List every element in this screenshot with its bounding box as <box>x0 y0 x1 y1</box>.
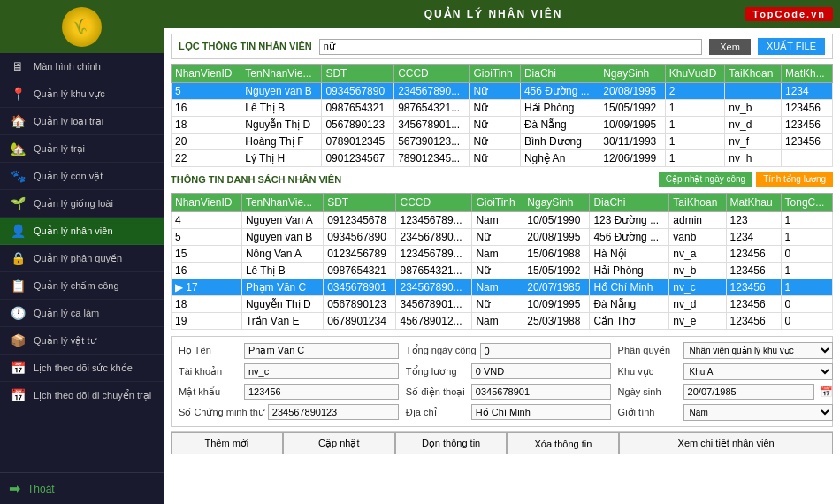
tinh-tong-luong-button[interactable]: Tính tổng lương <box>756 172 833 187</box>
sidebar-item-lich-di-chuyen[interactable]: 📅 Lịch theo dõi di chuyển trại <box>0 382 164 409</box>
main-col-sdt: SDT <box>324 194 396 212</box>
table-row[interactable]: 0987654321 <box>322 100 394 117</box>
xem-button[interactable]: Xem <box>709 39 751 55</box>
table-row[interactable]: 10/09/1995 <box>599 117 666 134</box>
table-row[interactable]: 123456 <box>782 100 833 117</box>
sidebar-item-man-hinh-chinh[interactable]: 🖥 Màn hình chính <box>0 53 164 80</box>
sidebar-item-quan-ly-khu-vuc[interactable]: 📍 Quản lý khu vực <box>0 80 164 108</box>
table-row[interactable]: nv_h <box>725 150 782 167</box>
col-khuvucid: KhuVucID <box>665 65 725 83</box>
table-row[interactable]: 1 <box>665 150 725 167</box>
table-row[interactable]: 987654321... <box>394 100 470 117</box>
table-row[interactable]: 18 <box>172 117 241 134</box>
table-row[interactable]: 567390123... <box>394 134 470 150</box>
table-row[interactable]: 2 <box>665 83 725 100</box>
table-row[interactable]: 123456 <box>782 134 833 150</box>
so-chung-minh-input[interactable] <box>268 404 399 420</box>
table-row[interactable]: 4Nguyen Van A0912345678123456789...Nam10… <box>172 212 833 229</box>
table-row[interactable]: 1 <box>665 100 725 117</box>
table-row[interactable]: Hải Phòng <box>520 100 599 117</box>
table-row[interactable]: 345678901... <box>394 117 470 134</box>
table-row[interactable]: 16Lê Thị B0987654321987654321...Nữ15/05/… <box>172 263 833 279</box>
don-thong-tin-button[interactable]: Dọn thông tin <box>395 432 508 454</box>
table-row[interactable]: 16 <box>172 100 241 117</box>
table-row[interactable]: Nghệ An <box>520 150 599 167</box>
cap-nhat-button[interactable]: Cập nhật <box>283 432 395 454</box>
table-row[interactable]: nv_d <box>725 117 782 134</box>
table-row[interactable]: Bình Dương <box>520 134 599 150</box>
gioi-tinh-select[interactable]: Nam Nữ <box>683 404 833 421</box>
table-row[interactable]: ▶ 17Phạm Văn C0345678901234567890...Nam2… <box>172 279 833 296</box>
xuat-file-button[interactable]: XUẤT FILE <box>758 38 825 55</box>
table-row[interactable]: 19Trần Văn E0678901234456789012...Nam25/… <box>172 313 833 330</box>
xoa-thong-tin-button[interactable]: Xóa thông tin <box>507 432 619 454</box>
table-row[interactable]: 0934567890 <box>322 83 394 100</box>
ngay-sinh-field: Ngày sinh 📅 <box>618 384 833 401</box>
table-row[interactable]: 0901234567 <box>322 150 394 167</box>
table-row[interactable]: 789012345... <box>394 150 470 167</box>
table-row[interactable]: Nữ <box>470 150 520 167</box>
table-row[interactable]: 0789012345 <box>322 134 394 150</box>
table-row[interactable]: Nguyễn Thị D <box>241 117 322 134</box>
table-row[interactable]: Nguyen van B <box>241 83 322 100</box>
sidebar-item-quan-ly-cham-cong[interactable]: 📋 Quản lý chấm công <box>0 272 164 300</box>
sidebar-item-quan-ly-vat-tu[interactable]: 📦 Quản lý vật tư <box>0 327 164 355</box>
table-row[interactable] <box>782 150 833 167</box>
table-row[interactable]: Hoàng Thị F <box>241 134 322 150</box>
sidebar-item-quan-ly-con-vat[interactable]: 🐾 Quản lý con vật <box>0 163 164 190</box>
tai-khoan-input[interactable] <box>244 363 399 379</box>
sidebar-item-quan-ly-phan-quyen[interactable]: 🔒 Quản lý phân quyền <box>0 245 164 272</box>
sidebar-item-lich-suc-khoe[interactable]: 📅 Lịch theo dõi sức khỏe <box>0 355 164 382</box>
table-row[interactable]: Nữ <box>470 83 520 100</box>
table-row[interactable]: Nữ <box>470 100 520 117</box>
so-dien-thoai-input[interactable] <box>471 384 611 400</box>
sidebar-exit[interactable]: ➡ Thoát <box>0 472 164 504</box>
table-row[interactable]: Lê Thị B <box>241 100 322 117</box>
sidebar-item-quan-ly-giong-loai[interactable]: 🌱 Quản lý giống loài <box>0 190 164 218</box>
table-row[interactable]: 20/08/1995 <box>599 83 666 100</box>
cap-nhat-ngay-cong-button[interactable]: Cập nhật ngày công <box>659 172 752 187</box>
table-row[interactable] <box>725 83 782 100</box>
table-row[interactable]: 22 <box>172 150 241 167</box>
table-row[interactable]: 234567890... <box>394 83 470 100</box>
khu-vuc-select[interactable]: Khu A <box>683 363 833 380</box>
table-row[interactable]: Nữ <box>470 117 520 134</box>
filter-input[interactable] <box>319 39 703 55</box>
table-row[interactable]: 1234 <box>782 83 833 100</box>
table-row[interactable]: nv_b <box>725 100 782 117</box>
table-row[interactable]: Đà Nẵng <box>520 117 599 134</box>
table-row[interactable]: 15/05/1992 <box>599 100 666 117</box>
table-row[interactable]: 0567890123 <box>322 117 394 134</box>
ho-ten-input[interactable] <box>244 343 399 359</box>
table-row[interactable]: 456 Đường ... <box>520 83 599 100</box>
table-row[interactable]: 1 <box>665 134 725 150</box>
xem-chi-tiet-button[interactable]: Xem chi tiết nhân viên <box>619 432 833 454</box>
calendar-pick-icon[interactable]: 📅 <box>820 386 833 398</box>
table-row[interactable]: 20 <box>172 134 241 150</box>
table-row[interactable]: 12/06/1999 <box>599 150 666 167</box>
table-row[interactable]: nv_f <box>725 134 782 150</box>
table-row[interactable]: 5 <box>172 83 241 100</box>
info-fields-grid: Họ Tên Tổng ngày công Phân quyền Nhân vi… <box>179 342 833 421</box>
table-row[interactable]: Lý Thị H <box>241 150 322 167</box>
sidebar-item-quan-ly-trai[interactable]: 🏡 Quản lý trại <box>0 135 164 163</box>
sidebar-item-quan-ly-nhan-vien[interactable]: 👤 Quản lý nhân viên <box>0 218 164 245</box>
phan-quyen-select[interactable]: Nhân viên quản lý khu vực <box>683 342 833 359</box>
table-row[interactable]: Nữ <box>470 134 520 150</box>
main-panel: QUẢN LÝ NHÂN VIÊN TopCode.vn LỌC THÔNG T… <box>164 0 840 504</box>
table-row[interactable]: 30/11/1993 <box>599 134 666 150</box>
them-moi-button[interactable]: Thêm mới <box>171 432 283 454</box>
table-row[interactable]: 5Nguyen van B0934567890234567890...Nữ20/… <box>172 229 833 246</box>
dia-chi-input[interactable] <box>471 404 611 420</box>
tong-ngay-cong-input[interactable] <box>480 343 611 359</box>
tong-luong-input[interactable] <box>471 363 611 379</box>
table-row[interactable]: 15Nông Van A0123456789123456789...Nam15/… <box>172 246 833 263</box>
table-row[interactable]: 123456 <box>782 117 833 134</box>
ngay-sinh-input[interactable] <box>683 384 814 400</box>
sidebar-item-quan-ly-loai-trai[interactable]: 🏠 Quản lý loại trại <box>0 108 164 135</box>
sidebar-label-quan-ly-ca-lam: Quản lý ca làm <box>34 308 99 319</box>
mat-khau-input[interactable] <box>244 384 399 400</box>
sidebar-item-quan-ly-ca-lam[interactable]: 🕐 Quản lý ca làm <box>0 300 164 327</box>
table-row[interactable]: 18Nguyễn Thị D0567890123345678901...Nữ10… <box>172 296 833 313</box>
table-row[interactable]: 1 <box>665 117 725 134</box>
